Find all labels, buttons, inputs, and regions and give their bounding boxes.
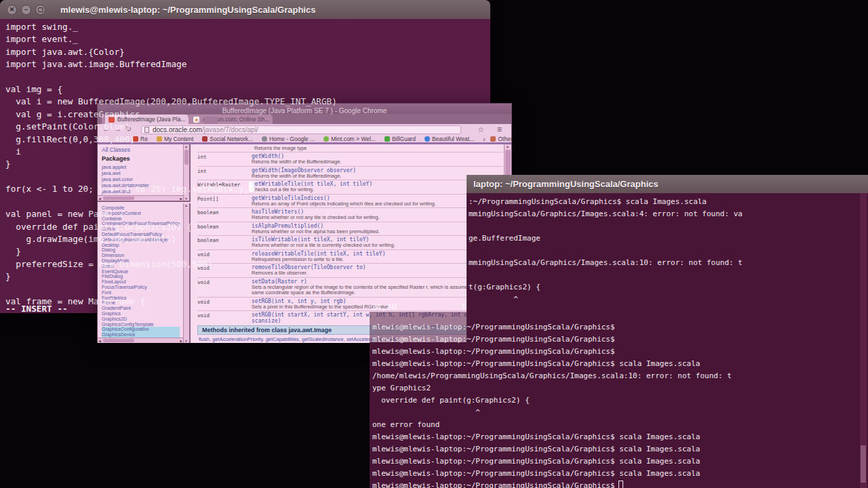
class-link[interactable]: Dialog bbox=[102, 247, 180, 253]
class-link[interactable]: Dimension bbox=[102, 253, 180, 258]
bookmark-item[interactable]: Re bbox=[133, 136, 148, 142]
class-link[interactable]: Graphics2D bbox=[102, 317, 180, 322]
class-link[interactable]: Desktop bbox=[102, 243, 180, 248]
method-return-type: boolean bbox=[197, 237, 252, 249]
classes-horizontal-scrollbar[interactable]: ◀ ▶ bbox=[98, 338, 183, 343]
class-link[interactable]: Cursor bbox=[102, 226, 180, 232]
folder-icon bbox=[490, 136, 496, 142]
bookmark-item[interactable]: BillGuard bbox=[384, 136, 416, 142]
scroll-up-icon[interactable]: ▲ bbox=[506, 144, 509, 148]
forward-icon[interactable]: → bbox=[114, 125, 125, 133]
terminal-shell-titlebar[interactable]: laptop: ~/ProgrammingUsingScala/Graphics bbox=[467, 175, 868, 193]
reload-icon[interactable]: ↻ bbox=[125, 125, 136, 133]
back-icon[interactable]: ← bbox=[102, 125, 114, 133]
class-link[interactable]: Frame bbox=[102, 300, 180, 306]
class-link[interactable]: DefaultKeyboardFocusManager bbox=[102, 237, 180, 243]
close-icon[interactable]: ✕ bbox=[7, 5, 17, 15]
scroll-left-icon[interactable]: ◀ bbox=[98, 339, 101, 343]
shell-output-upper[interactable]: :~/ProgrammingUsingScala/Graphics$ scala… bbox=[469, 196, 743, 306]
method-return-type: Point[] bbox=[197, 195, 252, 207]
tab-favicon bbox=[108, 117, 115, 123]
package-link[interactable]: java.awt.color bbox=[102, 176, 149, 182]
package-link[interactable]: java.awt bbox=[102, 170, 149, 176]
bookmarks-bar: Re My Content Social Network... Home - G… bbox=[98, 136, 511, 144]
minimize-icon[interactable]: − bbox=[21, 5, 31, 15]
terminal-vim-title: mlewis@mlewis-laptop: ~/ProgrammingUsing… bbox=[60, 5, 315, 15]
other-bookmarks-button[interactable]: Other Bookmarks bbox=[490, 136, 511, 142]
bookmark-item[interactable]: My Content bbox=[157, 136, 193, 142]
class-link[interactable]: CompositeContext bbox=[102, 211, 180, 216]
scroll-right-icon[interactable]: ▶ bbox=[180, 339, 182, 343]
class-link[interactable]: FileDialog bbox=[102, 274, 180, 279]
packages-vertical-scrollbar[interactable]: ▲ ▼ bbox=[183, 144, 189, 201]
classes-frame: CompositeCompositeContextContainerContai… bbox=[98, 203, 191, 343]
scroll-right-icon[interactable]: ▶ bbox=[180, 197, 182, 201]
terminal-window-shell[interactable]: laptop: ~/ProgrammingUsingScala/Graphics… bbox=[370, 175, 868, 488]
bookmark-icon bbox=[384, 136, 390, 142]
class-link[interactable]: Font bbox=[102, 290, 180, 296]
class-link[interactable]: Composite bbox=[102, 205, 180, 211]
class-link[interactable]: DefaultFocusTraversalPolicy bbox=[102, 232, 180, 237]
scrollbar-thumb[interactable] bbox=[861, 445, 866, 483]
method-description-partial: Returns the image type bbox=[197, 144, 503, 152]
package-link[interactable]: java.awt.dnd bbox=[102, 188, 149, 195]
package-link[interactable]: java.awt.datatransfer bbox=[102, 182, 149, 188]
shell-cursor-block bbox=[618, 481, 623, 488]
bookmark-icon bbox=[262, 136, 267, 142]
bookmarks-overflow-icon[interactable]: › bbox=[483, 136, 485, 143]
browser-toolbar: ←→↻ docs.oracle.com /javase/7/docs/api/ … bbox=[98, 124, 511, 136]
class-link[interactable]: FontMetrics bbox=[102, 296, 180, 301]
browser-tab[interactable]: a Amazon.com: Online Sh... bbox=[190, 115, 273, 124]
method-return-type: boolean bbox=[197, 223, 252, 235]
bookmark-item[interactable]: Social Network... bbox=[202, 136, 253, 142]
packages-horizontal-scrollbar[interactable]: ◀ ▶ bbox=[98, 195, 183, 201]
page-icon bbox=[144, 127, 149, 133]
shell-scrollbar[interactable] bbox=[860, 193, 867, 488]
nav-buttons[interactable]: ←→↻ bbox=[102, 125, 136, 134]
scrollbar-thumb[interactable] bbox=[103, 339, 134, 342]
method-return-type: void bbox=[197, 279, 252, 296]
scroll-up-icon[interactable]: ▲ bbox=[184, 203, 188, 207]
bookmark-star-icon[interactable]: ☆ bbox=[477, 125, 484, 134]
class-link[interactable]: GraphicsConfigTemplate bbox=[102, 322, 180, 327]
package-link[interactable]: java.applet bbox=[102, 164, 149, 170]
bookmark-item[interactable]: Mint.com > Wel... bbox=[323, 136, 376, 142]
tab-list: BufferedImage (Java Pla... a Amazon.com:… bbox=[102, 115, 201, 124]
scroll-down-icon[interactable]: ▼ bbox=[184, 197, 188, 201]
menu-icon[interactable]: ≡ bbox=[497, 125, 502, 134]
class-link[interactable]: Container bbox=[102, 216, 180, 222]
address-bar[interactable]: docs.oracle.com /javase/7/docs/api/ bbox=[141, 125, 461, 134]
scroll-up-icon[interactable]: ▲ bbox=[184, 144, 188, 148]
bookmark-item[interactable]: Beautiful Weat... bbox=[425, 136, 474, 142]
class-link[interactable]: FocusTraversalPolicy bbox=[102, 285, 180, 290]
maximize-icon[interactable]: ▢ bbox=[35, 5, 45, 15]
classes-vertical-scrollbar[interactable]: ▲ ▼ bbox=[183, 203, 189, 343]
class-link[interactable]: Graphics bbox=[102, 311, 180, 317]
class-link[interactable]: GraphicsDevice bbox=[102, 332, 180, 338]
bookmark-icon bbox=[323, 136, 329, 142]
browser-titlebar[interactable]: BufferedImage (Java Platform SE 7 ) - Go… bbox=[98, 104, 511, 114]
terminal-vim-titlebar[interactable]: ✕ − ▢ mlewis@mlewis-laptop: ~/Programmin… bbox=[0, 0, 490, 19]
url-path: /javase/7/docs/api/ bbox=[202, 126, 258, 134]
bookmark-list: Re My Content Social Network... Home - G… bbox=[133, 136, 483, 142]
all-classes-link[interactable]: All Classes bbox=[102, 146, 130, 153]
bookmark-item[interactable]: Home - Google ... bbox=[262, 136, 315, 142]
class-link[interactable]: GraphicsConfiguration bbox=[102, 327, 180, 332]
browser-tab[interactable]: BufferedImage (Java Pla... bbox=[105, 115, 189, 124]
scroll-left-icon[interactable]: ◀ bbox=[98, 197, 101, 201]
scrollbar-thumb[interactable] bbox=[184, 150, 189, 165]
class-link[interactable]: FlowLayout bbox=[102, 279, 180, 285]
method-row: int getWidth() Returns the width of the … bbox=[197, 152, 503, 166]
shell-output[interactable]: mlewis@mlewis-laptop:~/ProgrammingUsingS… bbox=[372, 321, 732, 488]
new-tab-button[interactable] bbox=[204, 117, 218, 124]
class-link[interactable]: DisplayMode bbox=[102, 258, 180, 264]
scroll-down-icon[interactable]: ▼ bbox=[184, 339, 188, 343]
scrollbar-thumb[interactable] bbox=[103, 197, 134, 200]
class-link[interactable]: EventQueue bbox=[102, 269, 180, 274]
class-link[interactable]: Event bbox=[102, 264, 180, 269]
url-domain: docs.oracle.com bbox=[153, 126, 202, 134]
class-link[interactable]: GradientPaint bbox=[102, 306, 180, 311]
bookmark-icon bbox=[425, 136, 430, 142]
bookmark-label: My Content bbox=[164, 136, 193, 142]
class-link[interactable]: ContainerOrderFocusTraversalPolicy bbox=[102, 221, 180, 226]
